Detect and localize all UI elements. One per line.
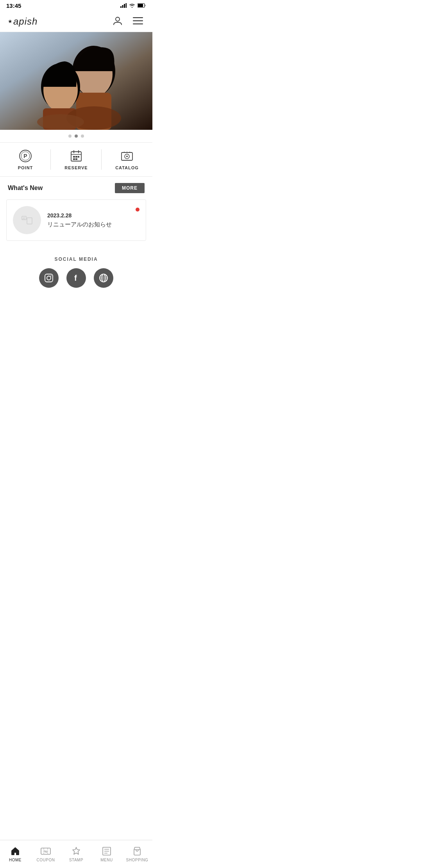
menu-button[interactable] <box>131 15 145 27</box>
more-button[interactable]: MORE <box>115 183 145 193</box>
social-title: SOCIAL MEDIA <box>8 256 145 262</box>
hamburger-icon <box>133 17 143 25</box>
facebook-button[interactable]: f <box>66 268 86 288</box>
person-icon <box>113 16 123 26</box>
svg-point-18 <box>37 114 84 130</box>
reserve-icon <box>69 149 83 163</box>
instagram-icon <box>44 273 54 283</box>
news-unread-dot <box>136 208 139 212</box>
news-thumbnail <box>13 206 41 234</box>
status-time: 13:45 <box>6 2 21 9</box>
reserve-label: RESERVE <box>64 165 88 170</box>
dot-2[interactable] <box>75 135 78 138</box>
facebook-icon: f <box>72 273 81 283</box>
social-icons: f <box>8 268 145 288</box>
svg-point-33 <box>126 156 128 157</box>
hero-banner <box>0 32 152 130</box>
profile-button[interactable] <box>111 14 124 29</box>
svg-rect-3 <box>126 3 127 8</box>
svg-text:f: f <box>74 274 77 282</box>
quick-nav-reserve[interactable]: RESERVE <box>51 143 102 176</box>
catalog-label: CATALOG <box>115 165 139 170</box>
svg-rect-38 <box>27 218 32 224</box>
status-icons <box>120 3 146 8</box>
point-icon: P <box>18 149 32 163</box>
svg-rect-29 <box>73 158 75 160</box>
quick-nav-catalog[interactable]: CATALOG <box>102 143 152 176</box>
globe-icon <box>99 273 108 283</box>
logo: ★ apish <box>8 16 38 27</box>
quick-nav-point[interactable]: P POINT <box>0 143 51 176</box>
point-label: POINT <box>18 165 33 170</box>
whats-new-section: What's New MORE 2023.2.28 リニューアルのお知らせ <box>0 177 152 241</box>
signal-icon <box>120 3 127 8</box>
hero-image <box>0 32 152 130</box>
whats-new-title: What's New <box>8 185 43 192</box>
svg-rect-5 <box>138 4 143 7</box>
social-section: SOCIAL MEDIA f <box>0 249 152 296</box>
svg-rect-40 <box>45 274 53 282</box>
svg-rect-2 <box>124 4 125 8</box>
wifi-icon <box>129 3 135 8</box>
svg-point-41 <box>47 276 51 280</box>
quick-nav: P POINT RESERVE <box>0 142 152 177</box>
header: ★ apish <box>0 11 152 32</box>
svg-rect-26 <box>73 156 75 158</box>
svg-rect-7 <box>133 17 143 18</box>
svg-text:P: P <box>23 153 27 159</box>
header-icons <box>111 14 145 29</box>
logo-text: apish <box>13 16 38 27</box>
news-content: 2023.2.28 リニューアルのお知らせ <box>47 212 129 228</box>
svg-point-42 <box>50 275 51 276</box>
status-bar: 13:45 <box>0 0 152 11</box>
svg-point-6 <box>116 17 120 21</box>
svg-rect-1 <box>122 5 123 8</box>
svg-rect-9 <box>133 23 143 24</box>
website-button[interactable] <box>94 268 113 288</box>
carousel-dots <box>0 130 152 142</box>
logo-star-icon: ★ <box>8 19 13 24</box>
svg-rect-30 <box>75 158 77 160</box>
catalog-icon <box>120 149 134 163</box>
svg-rect-28 <box>78 156 79 158</box>
svg-rect-27 <box>75 156 77 158</box>
news-date: 2023.2.28 <box>47 212 129 219</box>
news-title: リニューアルのお知らせ <box>47 221 129 228</box>
instagram-button[interactable] <box>39 268 59 288</box>
dot-3[interactable] <box>81 135 84 138</box>
svg-rect-0 <box>120 6 122 8</box>
battery-icon <box>138 3 146 8</box>
svg-rect-8 <box>133 20 143 21</box>
news-card[interactable]: 2023.2.28 リニューアルのお知らせ <box>6 199 146 241</box>
dot-1[interactable] <box>68 135 72 138</box>
thumbnail-placeholder <box>21 216 32 224</box>
section-header: What's New MORE <box>0 177 152 199</box>
